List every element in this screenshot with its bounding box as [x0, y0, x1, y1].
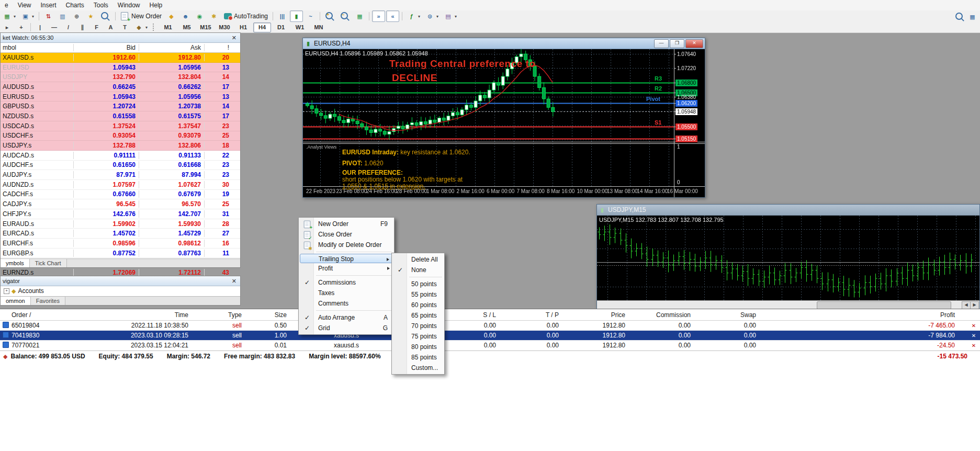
equidistant-channel-button[interactable]: ∥ — [76, 21, 89, 33]
tile-windows-button[interactable]: ▦ — [353, 10, 366, 22]
chevron-down-icon[interactable]: ▾ — [418, 14, 420, 19]
timeframe-button[interactable]: M1 — [159, 22, 177, 32]
zoom-in-button[interactable]: + — [323, 10, 337, 22]
vertical-line-button[interactable]: | — [33, 21, 47, 33]
publisher-button[interactable]: ☻ — [179, 10, 192, 22]
column-swap[interactable]: Swap — [691, 311, 756, 319]
symbol-row[interactable]: AUDUSD.s 0.66245 0.66262 17 — [1, 82, 240, 92]
context-menu-item[interactable]: ✓ Commissions — [300, 277, 393, 288]
symbol-row[interactable]: NZDUSD.s 0.61558 0.61575 17 — [1, 111, 240, 121]
navigator-titlebar[interactable]: vigator ✕ — [1, 276, 240, 286]
column-alert[interactable]: ! — [205, 44, 233, 51]
data-window-button[interactable]: ▥ — [56, 10, 69, 22]
menu-item[interactable]: Charts — [61, 1, 89, 10]
column-bid[interactable]: Bid — [74, 44, 139, 51]
scroll-right-icon[interactable]: ▶ — [970, 301, 979, 309]
timeframe-button[interactable]: M30 — [216, 22, 233, 32]
symbol-row[interactable]: USDCAD.s 1.37524 1.37547 23 — [1, 121, 240, 131]
chart-area-eurusd[interactable]: EURUSD,H4 1.05896 1.05989 1.05862 1.0594… — [303, 49, 705, 197]
timeframe-button[interactable]: M15 — [197, 22, 215, 32]
submenu-item[interactable]: ✓ None — [393, 265, 443, 275]
chevron-down-icon[interactable]: ▾ — [436, 14, 438, 19]
context-menu-item[interactable]: Profit — [300, 263, 393, 274]
market-watch-button[interactable]: ⇅ — [42, 10, 55, 22]
context-menu-item[interactable]: Taxes — [300, 288, 393, 298]
symbol-row[interactable]: EURUSD.s 1.05943 1.05956 13 — [1, 92, 240, 102]
submenu-item[interactable]: Delete All — [393, 254, 443, 265]
close-order-icon[interactable]: ✕ — [967, 343, 980, 348]
toolbar-drag-handle[interactable] — [153, 24, 156, 31]
order-row[interactable]: 70419830 2023.03.10 09:28:15 sell 1.00 x… — [0, 331, 980, 341]
symbol-row[interactable]: USDCHF.s 0.93054 0.93079 25 — [1, 131, 240, 141]
submenu-item[interactable]: 80 points — [393, 342, 443, 352]
panel-tab[interactable]: ymbols — [1, 259, 30, 267]
line-chart-button[interactable]: ~ — [304, 10, 317, 22]
auto-scroll-button[interactable]: « — [386, 10, 399, 22]
symbol-row[interactable]: XAUUSD.s 1912.60 1912.80 20 — [1, 53, 240, 63]
chart-window-titlebar[interactable]: ▮ EURUSD,H4 — ❐ ✕ — [303, 38, 705, 49]
navigator-button[interactable]: ⊕ — [70, 10, 83, 22]
minimize-button[interactable]: — — [654, 39, 669, 48]
close-icon[interactable]: ✕ — [230, 35, 238, 41]
chevron-down-icon[interactable]: ▾ — [145, 25, 148, 30]
templates-button[interactable]: ▤▾ — [442, 10, 459, 22]
symbol-row[interactable]: AUDCHF.s 0.61650 0.61668 23 — [1, 161, 240, 171]
metaeditor-button[interactable]: ◆ — [165, 10, 178, 22]
column-profit[interactable]: Profit — [756, 311, 967, 319]
close-icon[interactable]: ✕ — [230, 278, 238, 285]
menu-item[interactable]: Insert — [36, 1, 61, 10]
timeframe-button[interactable]: M5 — [178, 22, 196, 32]
submenu-item[interactable]: 85 points — [393, 352, 443, 363]
strategy-tester-button[interactable] — [98, 10, 112, 22]
context-menu-item[interactable] — [316, 252, 392, 252]
column-ask[interactable]: Ask — [139, 44, 205, 51]
submenu-item[interactable]: Custom... — [393, 363, 443, 373]
zoom-out-button[interactable]: − — [338, 10, 352, 22]
orders-header[interactable]: Order / Time Type Size S / L T / P Price… — [0, 309, 980, 321]
scroll-left-icon[interactable]: ◀ — [962, 301, 971, 309]
column-price[interactable]: Price — [559, 311, 625, 319]
column-type[interactable]: Type — [188, 311, 242, 319]
submenu-item[interactable]: 55 points — [393, 289, 443, 300]
periods-button[interactable]: ⊙▾ — [423, 10, 441, 22]
symbol-row[interactable]: EURGBP.s 0.87752 0.87763 11 — [1, 249, 240, 258]
submenu-item[interactable]: 70 points — [393, 321, 443, 331]
close-order-icon[interactable]: ✕ — [967, 333, 980, 339]
column-size[interactable]: Size — [242, 311, 287, 319]
expand-icon[interactable]: + — [4, 288, 9, 294]
chart-horizontal-scrollbar[interactable]: ◀ ▶ — [597, 300, 979, 309]
chevron-down-icon[interactable]: ▾ — [32, 14, 34, 19]
panel-tab[interactable]: ommon — [1, 297, 31, 305]
close-order-icon[interactable]: ✕ — [967, 323, 980, 329]
symbol-row[interactable]: CADCHF.s 0.67660 0.67679 19 — [1, 190, 240, 200]
symbol-row[interactable]: USDJPY.s 132.788 132.806 18 — [1, 141, 240, 151]
column-time[interactable]: Time — [74, 311, 188, 319]
context-menu-item[interactable]: + New Order F9 — [300, 219, 393, 229]
chevron-down-icon[interactable]: ▾ — [14, 14, 16, 19]
menu-item[interactable]: Tools — [89, 1, 113, 10]
submenu-item[interactable]: 75 points — [393, 331, 443, 342]
chart-shift-button[interactable]: » — [372, 10, 385, 22]
context-menu-item[interactable]: ✓ Auto Arrange A — [300, 312, 393, 323]
symbol-row[interactable]: EURCAD.s 1.45702 1.45729 27 — [1, 229, 240, 239]
symbol-row[interactable]: AUDJPY.s 87.971 87.994 23 — [1, 170, 240, 180]
scrollbar-thumb[interactable] — [817, 301, 951, 309]
symbol-row[interactable]: AUDCAD.s 0.91111 0.91133 22 — [1, 151, 240, 161]
chevron-down-icon[interactable]: ▾ — [455, 14, 457, 19]
submenu-item[interactable]: 65 points — [393, 310, 443, 321]
column-tp[interactable]: T / P — [496, 311, 559, 319]
context-menu-item[interactable]: Comments — [300, 298, 393, 309]
context-menu-item[interactable] — [316, 310, 392, 311]
horizontal-line-button[interactable]: — — [48, 21, 61, 33]
context-menu-item[interactable] — [316, 275, 392, 276]
symbol-row[interactable]: CADJPY.s 96.545 96.570 25 — [1, 199, 240, 209]
new-chart-button[interactable]: ▦▾ — [1, 10, 18, 22]
profiles-button[interactable]: ▣▾ — [19, 10, 36, 22]
crosshair-button[interactable]: + — [15, 21, 28, 33]
context-menu-item[interactable]: ✓ Grid G — [300, 323, 393, 333]
column-order[interactable]: Order / — [12, 311, 74, 319]
bar-chart-canvas[interactable] — [597, 216, 979, 300]
submenu-item[interactable] — [409, 277, 442, 277]
panel-tab[interactable]: Tick Chart — [30, 259, 67, 267]
column-symbol[interactable]: mbol — [1, 44, 74, 51]
